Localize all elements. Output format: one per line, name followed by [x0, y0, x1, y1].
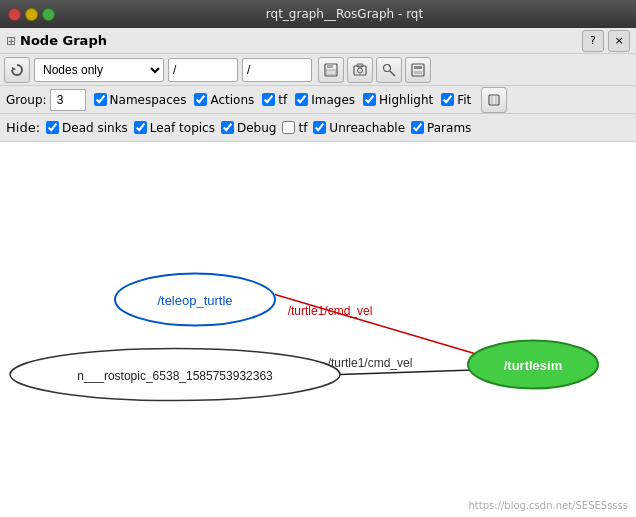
dead-sinks-checkbox[interactable]: [46, 121, 59, 134]
actions-label: Actions: [210, 93, 254, 107]
panel-title: Node Graph: [20, 33, 107, 48]
fit-label: Fit: [457, 93, 471, 107]
minimize-window-button[interactable]: [25, 8, 38, 21]
hide-label: Hide:: [6, 120, 40, 135]
svg-point-5: [358, 68, 363, 73]
fit-icon: [487, 93, 501, 107]
debug-option[interactable]: Debug: [221, 121, 276, 135]
grid-icon: ⊞: [6, 34, 16, 48]
main-content: ⊞ Node Graph ? × Nodes only: [0, 28, 636, 517]
actions-option[interactable]: Actions: [194, 93, 254, 107]
maximize-window-button[interactable]: [42, 8, 55, 21]
group-input[interactable]: [50, 89, 86, 111]
layout-button[interactable]: [405, 57, 431, 83]
hide-row: Hide: Dead sinks Leaf topics Debug tf Un…: [0, 114, 636, 142]
view-mode-select[interactable]: Nodes only: [34, 58, 164, 82]
fit-checkbox[interactable]: [441, 93, 454, 106]
red-arrow-label: /turtle1/cmd_vel: [288, 304, 373, 318]
turtlesim-node-label: /turtlesim: [504, 358, 563, 373]
tf-hide-option[interactable]: tf: [282, 121, 307, 135]
layout-icon: [411, 63, 425, 77]
images-option[interactable]: Images: [295, 93, 355, 107]
rostopic-node-label: n___rostopic_6538_1585753932363: [77, 369, 273, 383]
watermark-text: https://blog.csdn.net/SESESssss: [469, 500, 629, 511]
screenshot-button[interactable]: [347, 57, 373, 83]
svg-rect-11: [414, 71, 422, 74]
camera-icon: [353, 63, 367, 77]
panel-header: ⊞ Node Graph ? ×: [0, 28, 636, 54]
group-label: Group:: [6, 93, 47, 107]
close-window-button[interactable]: [8, 8, 21, 21]
tf-hide-checkbox[interactable]: [282, 121, 295, 134]
leaf-topics-option[interactable]: Leaf topics: [134, 121, 215, 135]
unreachable-label: Unreachable: [329, 121, 405, 135]
fit-view-button[interactable]: [481, 87, 507, 113]
svg-rect-9: [412, 64, 424, 76]
topic-filter-input[interactable]: [242, 58, 312, 82]
params-label: Params: [427, 121, 471, 135]
svg-rect-3: [326, 70, 336, 75]
toolbar-row: Nodes only: [0, 54, 636, 86]
namespaces-label: Namespaces: [110, 93, 187, 107]
title-bar: rqt_graph__RosGraph - rqt: [0, 0, 636, 28]
tf-hide-label: tf: [298, 121, 307, 135]
namespaces-checkbox[interactable]: [94, 93, 107, 106]
teleop-node-label: /teleop_turtle: [157, 293, 232, 308]
refresh-icon: [10, 63, 24, 77]
tf-checkbox[interactable]: [262, 93, 275, 106]
debug-label: Debug: [237, 121, 276, 135]
window-title: rqt_graph__RosGraph - rqt: [61, 7, 628, 21]
black-arrow-line: [340, 370, 488, 375]
save-button[interactable]: [318, 57, 344, 83]
svg-marker-0: [12, 67, 16, 71]
zoom-button[interactable]: [376, 57, 402, 83]
dead-sinks-label: Dead sinks: [62, 121, 128, 135]
tf-option[interactable]: tf: [262, 93, 287, 107]
images-label: Images: [311, 93, 355, 107]
close-panel-button[interactable]: ×: [608, 30, 630, 52]
unreachable-option[interactable]: Unreachable: [313, 121, 405, 135]
refresh-button[interactable]: [4, 57, 30, 83]
window-controls[interactable]: [8, 8, 55, 21]
zoom-icon: [382, 63, 396, 77]
highlight-label: Highlight: [379, 93, 433, 107]
leaf-topics-checkbox[interactable]: [134, 121, 147, 134]
black-arrow-label: /turtle1/cmd_vel: [328, 356, 413, 370]
params-checkbox[interactable]: [411, 121, 424, 134]
svg-line-8: [390, 71, 395, 76]
svg-rect-10: [414, 66, 422, 69]
save-icon: [324, 63, 338, 77]
fit-option[interactable]: Fit: [441, 93, 471, 107]
group-control: Group:: [6, 89, 86, 111]
svg-rect-12: [489, 95, 499, 105]
actions-checkbox[interactable]: [194, 93, 207, 106]
params-option[interactable]: Params: [411, 121, 471, 135]
highlight-checkbox[interactable]: [363, 93, 376, 106]
graph-canvas-area[interactable]: /teleop_turtle /turtle1/cmd_vel /turtle1…: [0, 142, 636, 517]
unreachable-checkbox[interactable]: [313, 121, 326, 134]
debug-checkbox[interactable]: [221, 121, 234, 134]
help-button[interactable]: ?: [582, 30, 604, 52]
namespaces-option[interactable]: Namespaces: [94, 93, 187, 107]
leaf-topics-label: Leaf topics: [150, 121, 215, 135]
highlight-option[interactable]: Highlight: [363, 93, 433, 107]
images-checkbox[interactable]: [295, 93, 308, 106]
namespace-filter-input[interactable]: [168, 58, 238, 82]
options-row: Group: Namespaces Actions tf Images High…: [0, 86, 636, 114]
dead-sinks-option[interactable]: Dead sinks: [46, 121, 128, 135]
svg-rect-2: [327, 64, 333, 68]
graph-svg: /teleop_turtle /turtle1/cmd_vel /turtle1…: [0, 142, 636, 517]
tf-label: tf: [278, 93, 287, 107]
panel-header-controls[interactable]: ? ×: [582, 30, 630, 52]
svg-point-7: [384, 64, 391, 71]
